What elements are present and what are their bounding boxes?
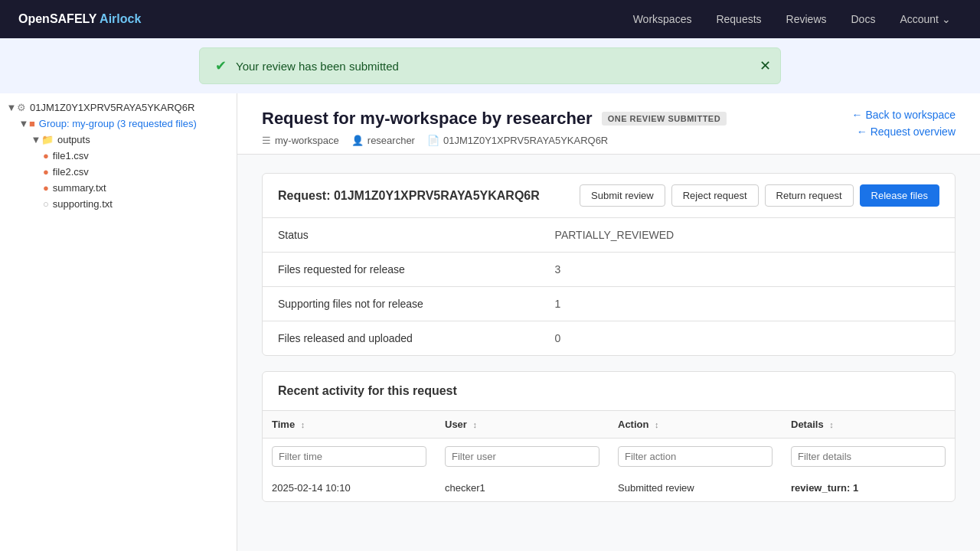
stats-row: Supporting files not for release1 (263, 287, 955, 321)
back-to-workspace-link[interactable]: ← Back to workspace (852, 109, 956, 121)
workspace-label: my-workspace (275, 135, 339, 146)
content-area: Request: 01JM1Z0Y1XPRV5RAYA5YKARQ6R Subm… (237, 155, 980, 536)
sort-icon: ↕ (473, 420, 478, 429)
header-left: Request for my-workspace by researcher O… (262, 109, 727, 146)
stat-label: Files requested for release (263, 253, 540, 287)
release-files-button[interactable]: Release files (860, 184, 939, 207)
request-box: Request: 01JM1Z0Y1XPRV5RAYA5YKARQ6R Subm… (262, 173, 956, 356)
file-icon: ● (43, 182, 49, 194)
root-label: 01JM1Z0Y1XPRV5RAYA5YKARQ6R (30, 102, 194, 113)
user-label: researcher (368, 135, 415, 146)
page-layout: ▼ ⚙ 01JM1Z0Y1XPRV5RAYA5YKARQ6R ▼ ■ Group… (0, 93, 980, 551)
stat-value: 1 (540, 287, 955, 321)
close-icon[interactable]: ✕ (760, 57, 771, 74)
stat-value: 0 (540, 321, 955, 356)
sidebar-file-file1csv[interactable]: ● file1.csv (0, 148, 237, 164)
nav-workspaces[interactable]: Workspaces (622, 8, 703, 30)
nav-links: Workspaces Requests Reviews Docs Account… (622, 8, 962, 30)
table-row: 2025-02-14 10:10 checker1 Submitted revi… (263, 474, 955, 501)
review-badge: ONE REVIEW SUBMITTED (602, 112, 727, 126)
sidebar-file-summarytxt[interactable]: ● summary.txt (0, 180, 237, 196)
activity-table-body: 2025-02-14 10:10 checker1 Submitted revi… (263, 474, 955, 501)
sidebar: ▼ ⚙ 01JM1Z0Y1XPRV5RAYA5YKARQ6R ▼ ■ Group… (0, 93, 237, 551)
request-icon: 📄 (427, 135, 439, 146)
action-buttons: Submit review Reject request Return requ… (580, 184, 939, 207)
request-title: Request: 01JM1Z0Y1XPRV5RAYA5YKARQ6R (278, 189, 540, 203)
filter-details-input[interactable] (791, 446, 946, 467)
toggle-icon: ▼ (18, 118, 29, 129)
file-label: summary.txt (53, 182, 106, 194)
activity-table: Time ↕ User ↕ Action ↕ (263, 411, 955, 501)
activity-section-title: Recent activity for this request (263, 372, 955, 411)
col-user[interactable]: User ↕ (436, 411, 609, 439)
col-details[interactable]: Details ↕ (782, 411, 955, 439)
brand-open: OpenSAFELY (18, 12, 100, 25)
stat-value: PARTIALLY_REVIEWED (540, 218, 955, 253)
nav-reviews[interactable]: Reviews (776, 8, 838, 30)
stat-label: Status (263, 218, 540, 253)
col-action[interactable]: Action ↕ (609, 411, 782, 439)
stat-value: 3 (540, 253, 955, 287)
stat-label: Supporting files not for release (263, 287, 540, 321)
chevron-down-icon: ⌄ (942, 13, 951, 25)
group-icon: ■ (29, 118, 35, 129)
brand-logo[interactable]: OpenSAFELY Airlock (18, 12, 141, 26)
activity-time: 2025-02-14 10:10 (263, 474, 436, 501)
nav-docs[interactable]: Docs (841, 8, 887, 30)
file-label: file1.csv (53, 150, 89, 161)
activity-box: Recent activity for this request Time ↕ … (262, 371, 956, 502)
sort-icon: ↕ (829, 420, 834, 429)
activity-action: Submitted review (609, 474, 782, 501)
file-label: supporting.txt (53, 198, 113, 210)
activity-details: review_turn: 1 (782, 474, 955, 501)
workspace-icon: ☰ (262, 135, 271, 146)
reject-request-button[interactable]: Reject request (671, 184, 759, 207)
filter-user-input[interactable] (445, 446, 599, 467)
folder-label: outputs (57, 134, 90, 145)
filter-time-input[interactable] (272, 446, 426, 467)
group-label: Group: my-group (3 requested files) (39, 118, 197, 129)
sidebar-file-file2csv[interactable]: ● file2.csv (0, 164, 237, 180)
activity-table-head: Time ↕ User ↕ Action ↕ (263, 411, 955, 474)
sidebar-file-supportingtxt[interactable]: ○ supporting.txt (0, 196, 237, 212)
meta-workspace: ☰ my-workspace (262, 135, 339, 146)
navbar: OpenSAFELY Airlock Workspaces Requests R… (0, 0, 980, 38)
col-time[interactable]: Time ↕ (263, 411, 436, 439)
nav-requests[interactable]: Requests (705, 8, 772, 30)
sidebar-root-item[interactable]: ▼ ⚙ 01JM1Z0Y1XPRV5RAYA5YKARQ6R (0, 99, 237, 116)
request-header: Request: 01JM1Z0Y1XPRV5RAYA5YKARQ6R Subm… (263, 174, 955, 218)
nav-account[interactable]: Account ⌄ (889, 8, 962, 30)
toggle-icon: ▼ (31, 134, 41, 145)
brand-airlock: Airlock (100, 12, 141, 25)
folder-icon: 📁 (41, 134, 54, 145)
sidebar-outputs-folder[interactable]: ▼ 📁 outputs (0, 132, 237, 148)
filter-row (263, 439, 955, 475)
header-right: ← Back to workspace ← Request overview (852, 109, 956, 138)
request-id-label: 01JM1Z0Y1XPRV5RAYA5YKARQ6R (443, 135, 608, 146)
file-icon: ○ (43, 198, 49, 210)
page-title: Request for my-workspace by researcher O… (262, 109, 727, 129)
meta-user: 👤 researcher (351, 135, 415, 146)
return-request-button[interactable]: Return request (765, 184, 854, 207)
submit-review-button[interactable]: Submit review (580, 184, 665, 207)
stat-label: Files released and uploaded (263, 321, 540, 356)
stats-row: StatusPARTIALLY_REVIEWED (263, 218, 955, 253)
banner-wrapper: ✔ Your review has been submitted ✕ (0, 38, 980, 93)
check-icon: ✔ (215, 57, 227, 74)
activity-user: checker1 (436, 474, 609, 501)
person-icon: 👤 (351, 135, 364, 146)
file-icon: ● (43, 166, 49, 178)
stats-row: Files requested for release3 (263, 253, 955, 287)
success-banner: ✔ Your review has been submitted ✕ (199, 47, 781, 84)
request-overview-link[interactable]: ← Request overview (857, 126, 956, 138)
gear-icon: ⚙ (17, 102, 26, 113)
page-meta: ☰ my-workspace 👤 researcher 📄 01JM1Z0Y1X… (262, 135, 727, 146)
toggle-icon: ▼ (6, 102, 17, 113)
file-label: file2.csv (53, 166, 89, 178)
sidebar-group-item[interactable]: ▼ ■ Group: my-group (3 requested files) (0, 116, 237, 132)
sort-icon: ↕ (655, 420, 659, 429)
banner-message: Your review has been submitted (236, 60, 765, 73)
filter-action-input[interactable] (618, 446, 773, 467)
stats-row: Files released and uploaded0 (263, 321, 955, 356)
stats-table: StatusPARTIALLY_REVIEWEDFiles requested … (263, 218, 955, 355)
